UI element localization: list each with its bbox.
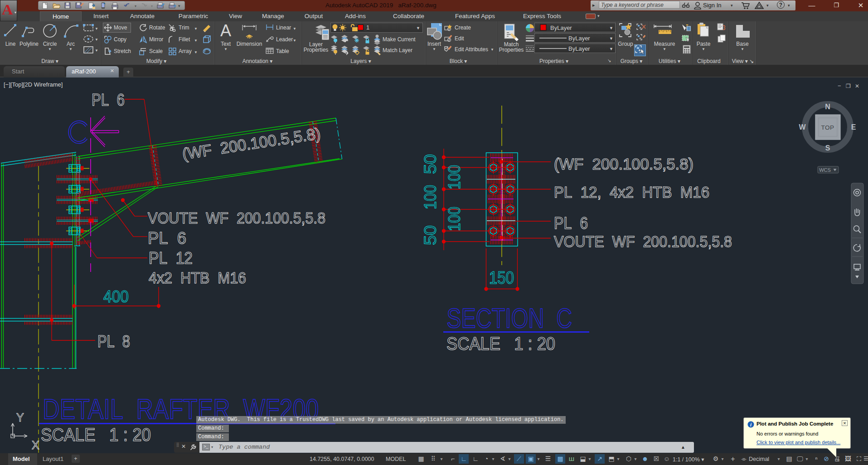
svg-text:ByLayer: ByLayer [550, 24, 572, 31]
svg-text:SECTION C: SECTION C [446, 302, 572, 334]
svg-text:PL 6: PL 6 [554, 214, 588, 232]
svg-text:150: 150 [489, 268, 514, 287]
svg-text:E: E [851, 123, 856, 131]
svg-text:PL 12, 4x2 HTB M16: PL 12, 4x2 HTB M16 [554, 183, 709, 201]
svg-text:−: − [838, 82, 841, 89]
svg-text:WCS: WCS [819, 167, 831, 173]
svg-text:(WF 200.100.5,5.8): (WF 200.100.5,5.8) [554, 155, 693, 173]
svg-text:SCALE 1 : 20: SCALE 1 : 20 [446, 334, 555, 354]
svg-text:100: 100 [421, 185, 440, 209]
svg-text:PL 6: PL 6 [148, 229, 186, 247]
svg-text:PL 12: PL 12 [149, 249, 193, 267]
svg-text:ByLayer: ByLayer [568, 45, 590, 52]
svg-text:50: 50 [421, 154, 440, 174]
svg-text:A: A [220, 24, 231, 38]
svg-text:VOUTE WF 200.100.5,5.8: VOUTE WF 200.100.5,5.8 [148, 209, 325, 227]
svg-text:PL 8: PL 8 [97, 332, 130, 351]
svg-text:Y: Y [16, 411, 24, 424]
svg-text:❐: ❐ [846, 83, 851, 89]
svg-text:S: S [825, 144, 830, 152]
svg-text:400: 400 [103, 287, 129, 306]
svg-text:50: 50 [421, 225, 440, 245]
svg-text:4x2 HTB M16: 4x2 HTB M16 [149, 269, 246, 286]
svg-text:TOP: TOP [821, 124, 834, 131]
svg-text:ByLayer: ByLayer [568, 35, 590, 42]
svg-text:N: N [825, 103, 830, 111]
svg-text:W: W [799, 123, 806, 131]
svg-text:100: 100 [445, 207, 464, 231]
svg-text:100: 100 [445, 165, 464, 189]
svg-text:✕: ✕ [855, 83, 859, 89]
svg-text:VOUTE WF 200.100.5,5.8: VOUTE WF 200.100.5,5.8 [554, 232, 732, 250]
svg-text:PL 6: PL 6 [92, 91, 125, 109]
svg-text:SCALE 1 : 20: SCALE 1 : 20 [41, 425, 151, 445]
svg-text:X: X [32, 439, 39, 451]
